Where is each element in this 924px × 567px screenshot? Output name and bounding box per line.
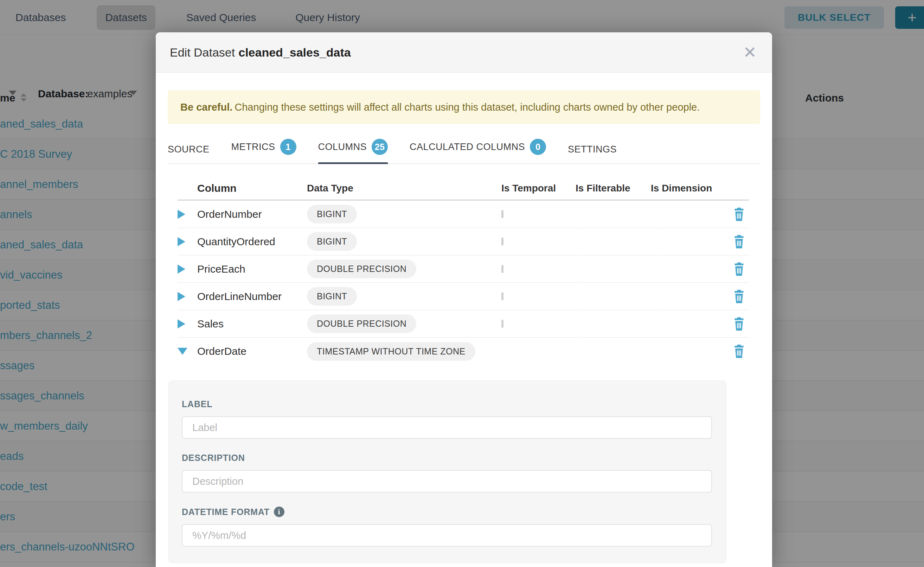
columns-table-header: Column Data Type Is Temporal Is Filterab…	[178, 177, 749, 201]
column-name: Sales	[197, 318, 307, 330]
delete-icon[interactable]	[733, 344, 745, 359]
delete-icon[interactable]	[733, 316, 745, 332]
data-type-badge: BIGINT	[307, 287, 357, 306]
table-row: QuantityOrdered BIGINT	[178, 228, 749, 255]
is-temporal-checkbox[interactable]	[501, 320, 504, 328]
data-type-badge: DOUBLE PRECISION	[307, 314, 416, 333]
tab-settings[interactable]: SETTINGS	[568, 144, 617, 164]
dataset-name: cleaned_sales_data	[238, 46, 351, 59]
tab-calculated-columns[interactable]: CALCULATED COLUMNS0	[409, 139, 546, 164]
datetime-format-field-label: DATETIME FORMAT i	[182, 507, 711, 517]
description-field-group: DESCRIPTION	[182, 453, 711, 492]
table-row: OrderNumber BIGINT	[178, 201, 749, 228]
expand-caret-icon[interactable]	[178, 292, 185, 301]
header-is-temporal: Is Temporal	[498, 183, 573, 194]
label-input[interactable]	[182, 416, 712, 439]
edit-dataset-modal: Edit Datasetcleaned_sales_data ✕ Be care…	[156, 32, 772, 567]
expand-caret-icon[interactable]	[178, 237, 185, 246]
label-field-label: LABEL	[182, 399, 711, 409]
modal-title: Edit Datasetcleaned_sales_data	[170, 46, 351, 59]
datetime-format-field-group: DATETIME FORMAT i	[182, 507, 711, 547]
header-is-filterable: Is Filterable	[573, 183, 648, 194]
columns-count-badge: 25	[372, 139, 388, 155]
delete-icon[interactable]	[733, 261, 745, 277]
expand-caret-icon[interactable]	[178, 210, 185, 219]
modal-tabs: SOURCE METRICS1 COLUMNS25 CALCULATED COL…	[168, 139, 760, 164]
columns-table: Column Data Type Is Temporal Is Filterab…	[178, 177, 749, 365]
metrics-count-badge: 1	[280, 139, 296, 155]
column-name: OrderLineNumber	[197, 291, 307, 303]
header-is-dimension: Is Dimension	[648, 183, 729, 194]
delete-icon[interactable]	[733, 289, 745, 304]
tab-source[interactable]: SOURCE	[168, 144, 209, 164]
header-column: Column	[197, 182, 307, 194]
label-field-group: LABEL	[182, 399, 711, 439]
calculated-columns-count-badge: 0	[530, 139, 546, 155]
column-name: QuantityOrdered	[197, 236, 307, 248]
is-temporal-checkbox[interactable]	[501, 265, 504, 273]
table-row: Sales DOUBLE PRECISION	[178, 310, 749, 338]
expand-caret-icon[interactable]	[178, 320, 185, 328]
description-field-label: DESCRIPTION	[182, 453, 711, 463]
tab-columns[interactable]: COLUMNS25	[318, 139, 388, 164]
table-row-expanded: OrderDate TIMESTAMP WITHOUT TIME ZONE	[178, 338, 749, 365]
datetime-format-input[interactable]	[182, 524, 712, 547]
column-name: OrderDate	[197, 345, 307, 357]
table-row: OrderLineNumber BIGINT	[178, 283, 749, 310]
warning-banner: Be careful.Changing these settings will …	[168, 90, 760, 124]
data-type-badge: DOUBLE PRECISION	[307, 260, 416, 278]
data-type-badge: BIGINT	[307, 205, 357, 224]
data-type-badge: BIGINT	[307, 232, 357, 251]
header-data-type: Data Type	[307, 183, 498, 194]
tab-metrics[interactable]: METRICS1	[231, 139, 296, 164]
column-name: PriceEach	[197, 263, 307, 275]
modal-header: Edit Datasetcleaned_sales_data ✕	[156, 32, 772, 73]
table-row: PriceEach DOUBLE PRECISION	[178, 255, 749, 283]
is-temporal-checkbox[interactable]	[501, 292, 504, 300]
close-icon[interactable]: ✕	[743, 44, 757, 60]
data-type-badge: TIMESTAMP WITHOUT TIME ZONE	[307, 342, 476, 361]
delete-icon[interactable]	[733, 234, 745, 249]
is-temporal-checkbox[interactable]	[501, 237, 504, 246]
is-temporal-checkbox[interactable]	[501, 210, 504, 218]
description-input[interactable]	[182, 470, 712, 492]
delete-icon[interactable]	[733, 207, 745, 222]
column-detail-panel: LABEL DESCRIPTION DATETIME FORMAT i	[169, 381, 726, 563]
column-name: OrderNumber	[197, 208, 307, 220]
collapse-caret-icon[interactable]	[178, 348, 187, 355]
expand-caret-icon[interactable]	[178, 264, 185, 274]
info-icon[interactable]: i	[274, 507, 284, 517]
